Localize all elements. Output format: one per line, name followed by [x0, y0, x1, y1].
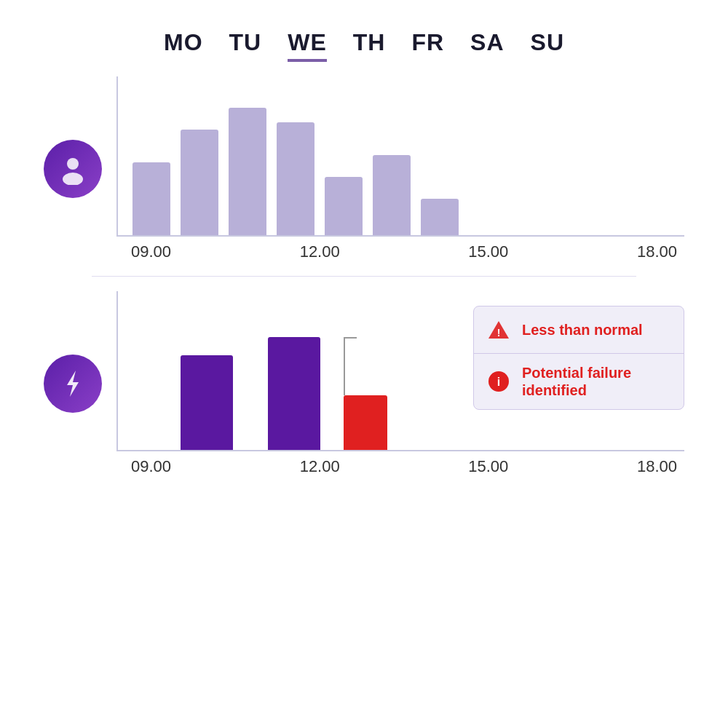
chart1-x-09: 09.00: [131, 242, 171, 261]
chart1-bar-6: [373, 155, 411, 235]
svg-text:i: i: [497, 376, 500, 388]
info-circle-icon: i: [486, 368, 512, 395]
svg-text:!: !: [497, 327, 501, 339]
chart1-bar-5: [325, 177, 363, 235]
legend-failure-text: Potential failure identified: [522, 364, 631, 399]
page-container: MO TU WE TH FR SA SU: [0, 0, 728, 728]
chart2-wrapper: ! Less than normal i Potential failur: [116, 291, 684, 476]
chart1-bar-4: [277, 122, 314, 235]
chart1-bar-2: [181, 130, 218, 235]
chart2-x-18: 18.00: [637, 457, 677, 476]
day-navigation: MO TU WE TH FR SA SU: [164, 29, 564, 62]
legend-item-failure: i Potential failure identified: [474, 353, 684, 409]
chart1-bars: [116, 76, 684, 237]
chart2-x-15: 15.00: [468, 457, 508, 476]
warning-triangle-icon: !: [486, 317, 512, 343]
svg-point-0: [67, 158, 79, 170]
chart2-bar-1: [181, 355, 233, 450]
legend-box: ! Less than normal i Potential failur: [473, 306, 684, 410]
day-we[interactable]: WE: [288, 29, 327, 62]
svg-marker-2: [67, 371, 79, 397]
day-th[interactable]: TH: [353, 29, 386, 62]
person-icon: [57, 153, 89, 185]
bolt-icon: [57, 368, 89, 400]
legend-item-warning: ! Less than normal: [474, 306, 684, 353]
chart1-x-15: 15.00: [468, 242, 508, 261]
person-icon-circle: [44, 140, 102, 198]
chart1-bar-1: [132, 162, 170, 235]
day-tu[interactable]: TU: [229, 29, 262, 62]
legend-warning-text: Less than normal: [522, 321, 643, 339]
chart2-bars: ! Less than normal i Potential failur: [116, 291, 684, 451]
chart2-x-09: 09.00: [131, 457, 171, 476]
chart-separator: [92, 276, 636, 277]
day-su[interactable]: SU: [531, 29, 564, 62]
chart2-bar-3: [344, 395, 387, 450]
chart1-section: 09.00 12.00 15.00 18.00: [44, 76, 684, 261]
chart1-bar-3: [229, 108, 266, 235]
chart1-x-12: 12.00: [300, 242, 340, 261]
chart2-section: ! Less than normal i Potential failur: [44, 291, 684, 476]
svg-point-1: [63, 173, 83, 185]
day-fr[interactable]: FR: [411, 29, 444, 62]
chart1-bar-7: [421, 199, 459, 235]
bolt-icon-circle: [44, 355, 102, 413]
chart1-x-18: 18.00: [637, 242, 677, 261]
day-sa[interactable]: SA: [470, 29, 504, 62]
chart2-bar-2: [268, 337, 320, 450]
chart1-x-axis: 09.00 12.00 15.00 18.00: [116, 237, 684, 261]
day-mo[interactable]: MO: [164, 29, 203, 62]
chart1-wrapper: 09.00 12.00 15.00 18.00: [116, 76, 684, 261]
chart2-x-axis: 09.00 12.00 15.00 18.00: [116, 451, 684, 476]
chart2-x-12: 12.00: [300, 457, 340, 476]
